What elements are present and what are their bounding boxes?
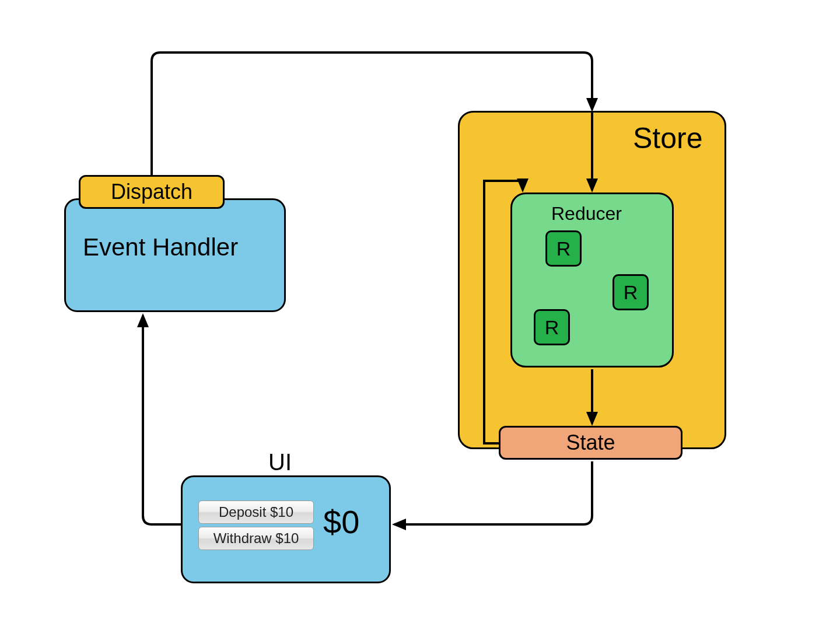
reducer-item-3: R: [534, 309, 570, 345]
dispatch-box: Dispatch: [79, 175, 225, 209]
withdraw-button[interactable]: Withdraw $10: [198, 527, 314, 550]
reducer-label: Reducer: [551, 203, 622, 225]
balance-value: $0: [323, 503, 359, 541]
state-box: State: [499, 426, 682, 460]
store-label: Store: [633, 121, 703, 155]
arrow-ui-to-event-handler: [143, 316, 181, 524]
ui-label: UI: [268, 449, 292, 475]
diagram-canvas: Store Reducer R R R State Event Handler …: [0, 0, 840, 630]
reducer-item-1: R: [545, 230, 582, 267]
event-handler-label: Event Handler: [83, 233, 238, 261]
reducer-item-2: R: [612, 274, 649, 310]
deposit-button[interactable]: Deposit $10: [198, 501, 314, 524]
arrow-state-to-ui: [394, 461, 592, 524]
